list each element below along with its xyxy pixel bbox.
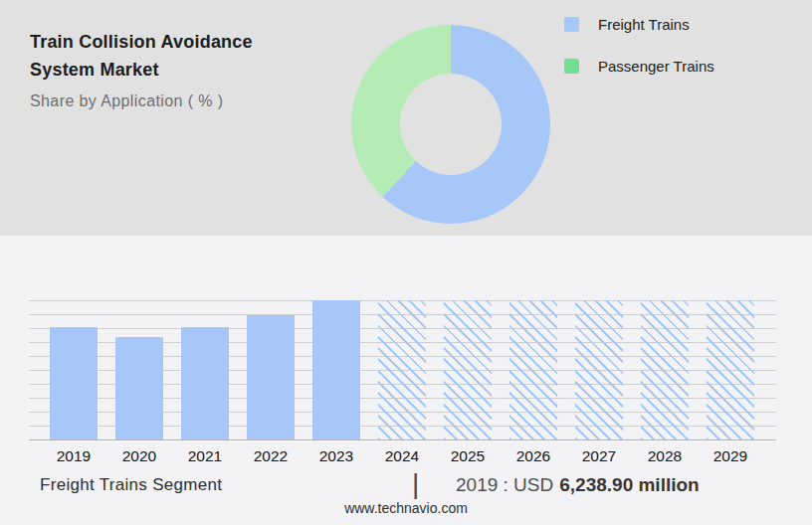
bar-2021 [181,327,229,439]
bar-chart-plot: 2019202020212022202320242025202620272028… [29,300,776,439]
page-title-line2: System Market [30,60,159,80]
header-section: Train Collision AvoidanceSystem Market S… [0,0,812,236]
bar-2022 [247,315,295,439]
x-axis-label-2029: 2029 [698,447,763,465]
value-line: 2019 : USD6,238.90 million [456,474,700,496]
chart-legend: Freight Trains Passenger Trains [564,14,714,97]
value-prefix: 2019 : USD [456,474,553,495]
legend-swatch-freight-trains [564,17,579,32]
legend-item-freight-trains: Freight Trains [564,14,714,34]
value-amount: 6,238.90 million [559,474,699,495]
x-axis-label-2026: 2026 [501,447,566,465]
x-axis-label-2028: 2028 [632,447,698,465]
bar-2028-forecast [641,300,689,439]
donut-hole [400,74,502,175]
x-axis-label-2021: 2021 [172,447,238,465]
x-axis-label-2027: 2027 [566,447,632,465]
donut-chart [351,25,550,224]
page-title: Train Collision AvoidanceSystem Market [30,28,253,84]
x-axis-label-2025: 2025 [435,447,501,465]
x-axis-label-2022: 2022 [238,447,304,465]
bar-2024-forecast [378,300,426,439]
bar-2025-forecast [444,300,492,439]
x-axis-label-2024: 2024 [369,447,435,465]
legend-swatch-passenger-trains [564,59,579,74]
bar-2023 [312,300,360,439]
segment-label: Freight Trains Segment [40,475,222,495]
x-axis-line [29,439,776,440]
value-separator: | [412,468,419,500]
title-block: Train Collision AvoidanceSystem Market S… [30,28,253,110]
x-axis-label-2023: 2023 [304,447,369,465]
page-subtitle: Share by Application ( % ) [30,92,253,110]
bar-chart-section: 2019202020212022202320242025202620272028… [0,236,812,525]
bar-2029-forecast [707,300,754,439]
legend-label-freight-trains: Freight Trains [598,16,690,33]
x-axis-label-2019: 2019 [41,447,106,465]
bar-2020 [115,337,163,439]
bar-2027-forecast [575,300,623,439]
legend-item-passenger-trains: Passenger Trains [564,56,714,76]
legend-label-passenger-trains: Passenger Trains [598,58,714,75]
page-title-line1: Train Collision Avoidance [30,32,253,52]
bar-2019 [50,327,98,439]
x-axis-label-2020: 2020 [106,447,172,465]
website-url: www.technavio.com [0,500,812,516]
bar-2026-forecast [509,300,557,439]
